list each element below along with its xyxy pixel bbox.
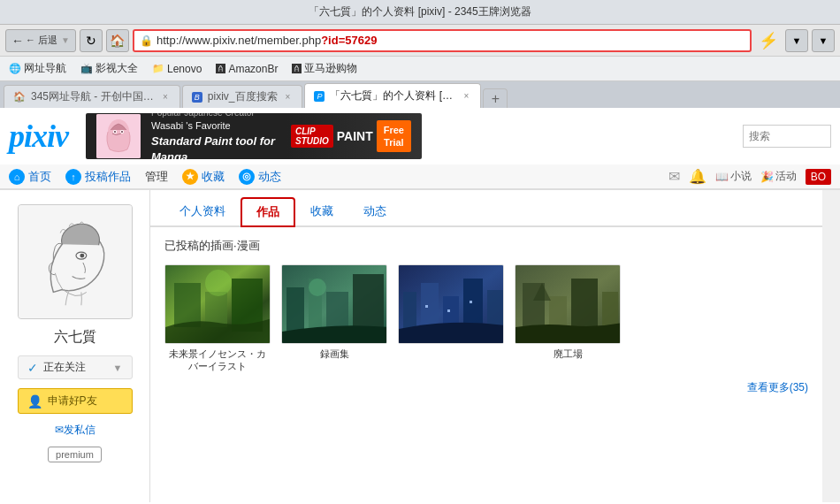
back-label: ← 后退: [26, 34, 57, 47]
bookmark-3-icon: 📁: [152, 63, 164, 74]
artwork-2-caption: 録画集: [320, 347, 349, 360]
artwork-1[interactable]: 未来景イノセンス・カバーイラスト: [164, 264, 271, 373]
bookmark-2-label: 影视大全: [95, 61, 138, 76]
svg-point-5: [121, 131, 123, 133]
premium-badge: premium: [48, 447, 102, 462]
tab-3-label: 「六七質」的个人资料 [pixiv]: [330, 88, 455, 103]
pixiv-logo: pixiv: [9, 118, 68, 155]
back-arrow-icon: ←: [11, 34, 24, 48]
artwork-3[interactable]: [398, 264, 504, 373]
back-button[interactable]: ← ← 后退 ▼: [5, 29, 76, 52]
page-content: pixiv: [0, 108, 840, 504]
refresh-button[interactable]: ↻: [80, 29, 103, 52]
tab-1[interactable]: 🏠 345网址导航 - 开创中国百年... ×: [4, 85, 180, 108]
follow-check-icon: ✓: [27, 361, 38, 375]
tabs-bar: 🏠 345网址导航 - 开创中国百年... × B pixiv_百度搜索 × P…: [0, 81, 840, 108]
ad-clip-logo: CLIPSTUDIO PAINT FreeTrial: [291, 120, 411, 153]
bookmark-5-icon: 🅰: [292, 64, 302, 74]
ptab-works[interactable]: 作品: [241, 197, 295, 227]
upload-icon: ↑: [65, 169, 81, 185]
message-btn-label: ✉发私信: [55, 423, 95, 438]
tab-1-close[interactable]: ×: [160, 91, 171, 103]
bookmark-3[interactable]: 📁 Lenovo: [149, 61, 205, 77]
paint-label: PAINT: [337, 129, 373, 143]
tab-2-favicon: B: [192, 92, 202, 103]
ad-banner[interactable]: Popular Japanese Creator Wasabi 's Favor…: [86, 113, 422, 159]
profile-area: 个人资料 作品 收藏 动态 已投稿的插画·漫画: [150, 190, 822, 502]
message-icon[interactable]: ✉: [668, 168, 680, 185]
profile-tabs: 个人资料 作品 收藏 动态: [150, 190, 822, 227]
svg-rect-15: [286, 287, 304, 336]
settings-button[interactable]: ▼: [785, 29, 808, 52]
follow-dropdown-icon: ▼: [113, 363, 123, 373]
nav-manage[interactable]: 管理: [145, 169, 168, 185]
bookmark-4[interactable]: 🅰 AmazonBr: [212, 61, 281, 77]
ptab-activity[interactable]: 动态: [348, 197, 401, 227]
pixiv-header: pixiv: [0, 108, 840, 190]
follow-button[interactable]: ✓ 正在关注 ▼: [18, 355, 133, 379]
artwork-4-caption: 廃工場: [554, 347, 583, 360]
nav-home[interactable]: ⌂ 首页: [9, 169, 51, 185]
browser-titlebar: 「六七質」的个人资料 [pixiv] - 2345王牌浏览器: [0, 0, 840, 25]
avatar: [18, 204, 133, 319]
friend-request-button[interactable]: 👤 申请好P友: [18, 388, 133, 414]
artworks-grid: 未来景イノセンス・カバーイラスト: [164, 264, 808, 373]
lightning-icon: ⚡: [755, 31, 782, 50]
tab-3[interactable]: P 「六七質」的个人资料 [pixiv] ×: [304, 83, 481, 108]
notification-icon[interactable]: 🔔: [689, 168, 706, 185]
nav-activity[interactable]: ◎ 动态: [239, 169, 281, 185]
username: 六七質: [54, 328, 96, 347]
nav-upload[interactable]: ↑ 投稿作品: [65, 169, 131, 185]
friend-icon: 👤: [27, 394, 42, 409]
main-layout: 六七質 ✓ 正在关注 ▼ 👤 申请好P友 ✉发私信 premium: [0, 190, 840, 502]
clip-icon: CLIPSTUDIO: [291, 125, 333, 148]
free-trial-badge: FreeTrial: [377, 120, 411, 153]
tab-2[interactable]: B pixiv_百度搜索 ×: [182, 85, 303, 108]
nav-bookmark-label: 收藏: [202, 169, 225, 185]
nav-bookmark[interactable]: ★ 收藏: [182, 169, 225, 185]
bookmark-1[interactable]: 🌐 网址导航: [5, 59, 70, 78]
back-dropdown-icon: ▼: [61, 35, 70, 45]
activity-icon: ◎: [239, 169, 255, 185]
ptab-bookmarks[interactable]: 收藏: [295, 197, 348, 227]
message-button[interactable]: ✉发私信: [55, 423, 95, 438]
address-plain: http://www.pixiv.net/member.php: [157, 34, 321, 47]
svg-rect-10: [174, 283, 201, 327]
bookmark-icon: ★: [182, 169, 198, 185]
ad-pretitle: Popular Japanese Creator: [151, 113, 280, 119]
artwork-3-thumb: [398, 264, 504, 344]
svg-rect-26: [425, 305, 428, 308]
search-box: [743, 125, 831, 148]
nav-novel[interactable]: 📖 小说: [715, 169, 752, 184]
nav-activity-label: 动态: [258, 169, 281, 185]
home-button[interactable]: 🏠: [106, 29, 129, 52]
ad-text: Popular Japanese Creator Wasabi 's Favor…: [151, 113, 280, 159]
tab-add-button[interactable]: +: [483, 88, 508, 108]
bookmark-2-icon: 📺: [80, 63, 93, 74]
right-panel: [822, 190, 840, 502]
ptab-profile[interactable]: 个人资料: [164, 197, 241, 227]
more-button[interactable]: ▼: [812, 29, 835, 52]
nav-bo[interactable]: BO: [806, 169, 831, 185]
ad-image: [96, 114, 141, 158]
bookmark-1-icon: 🌐: [9, 63, 21, 74]
follow-status: 正在关注: [43, 360, 86, 375]
tab-2-close[interactable]: ×: [283, 91, 294, 103]
address-bar-icon: 🔒: [140, 34, 153, 47]
nav-event[interactable]: 🎉 活动: [760, 169, 797, 184]
bookmark-3-label: Lenovo: [167, 63, 202, 75]
home-icon: ⌂: [9, 169, 25, 185]
bookmark-2[interactable]: 📺 影视大全: [77, 59, 141, 78]
nav-right: ✉ 🔔 📖 小说 🎉 活动 BO: [668, 168, 831, 185]
view-more-link[interactable]: 查看更多(35): [164, 373, 808, 402]
artwork-4[interactable]: 廃工場: [515, 264, 621, 373]
tab-3-close[interactable]: ×: [462, 90, 472, 102]
bookmark-5[interactable]: 🅰 亚马逊购物: [288, 59, 361, 78]
ad-subtitle: Wasabi 's Favorite: [151, 119, 280, 133]
bookmark-4-label: AmazonBr: [228, 63, 278, 75]
address-bar[interactable]: 🔒 http://www.pixiv.net/member.php?id=576…: [133, 29, 752, 52]
search-input[interactable]: [743, 125, 831, 148]
profile-content: 已投稿的插画·漫画: [150, 227, 822, 413]
ad-boldtext: Standard Paint tool for Manga: [151, 134, 280, 159]
artwork-2[interactable]: 録画集: [281, 264, 387, 373]
